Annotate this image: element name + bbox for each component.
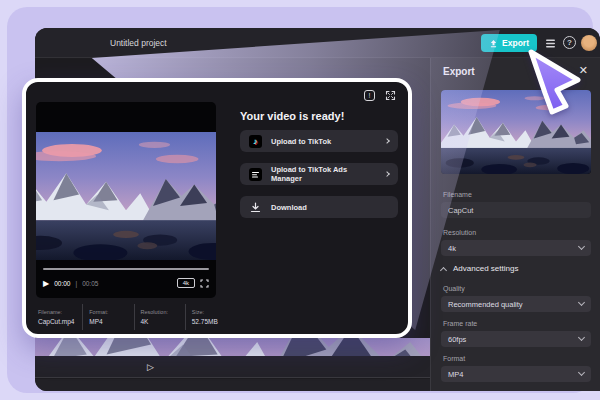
time-separator: |: [75, 280, 77, 287]
chevron-down-icon: [578, 243, 585, 250]
download-button[interactable]: Download: [240, 196, 398, 218]
info-size: Size: 52.75MB: [185, 304, 236, 330]
current-time: 00:00: [54, 280, 70, 287]
framerate-label: Frame rate: [443, 320, 477, 327]
format-label: Format: [443, 355, 465, 362]
format-value: MP4: [448, 370, 463, 379]
upload-icon: [489, 39, 498, 48]
chevron-up-icon: [440, 266, 447, 273]
advanced-settings-toggle[interactable]: Advanced settings: [441, 264, 518, 273]
chevron-right-icon: [384, 171, 390, 177]
info-value: 4K: [141, 318, 185, 325]
resolution-select[interactable]: 4k: [441, 240, 591, 256]
chevron-down-icon: [578, 299, 585, 306]
chevron-down-icon: [578, 334, 585, 341]
info-resolution: Resolution: 4K: [134, 304, 185, 330]
button-label: Download: [271, 203, 307, 212]
upload-tiktok-ads-button[interactable]: Upload to TikTok Ads Manager: [240, 163, 398, 185]
button-label: Upload to TikTok Ads Manager: [271, 165, 376, 183]
quality-badge[interactable]: 4k: [177, 278, 195, 288]
quality-value: Recommended quality: [448, 300, 523, 309]
duration: 00:05: [82, 280, 98, 287]
framerate-select[interactable]: 60fps: [441, 331, 591, 347]
info-value: MP4: [89, 318, 133, 325]
info-label: Filename:: [38, 309, 82, 315]
video-frame: [36, 132, 216, 260]
feedback-glyph: !: [369, 92, 371, 99]
dialog-corner-icons: !: [364, 90, 396, 101]
timeline-track-area: [35, 379, 430, 391]
progress-bar[interactable]: [43, 268, 209, 270]
info-format: Format: MP4: [82, 304, 133, 330]
cursor-pointer-icon: [515, 42, 595, 122]
fullscreen-icon[interactable]: [200, 279, 209, 288]
file-info-row: Filename: CapCut.mp4 Format: MP4 Resolut…: [36, 304, 236, 330]
button-label: Upload to TikTok: [271, 137, 331, 146]
dialog-heading: Your video is ready!: [240, 110, 344, 122]
quality-label: Quality: [443, 285, 465, 292]
tiktok-note-glyph: ♪: [254, 137, 258, 146]
filename-input[interactable]: [441, 202, 591, 218]
tiktok-ads-icon: [249, 168, 262, 181]
info-filename: Filename: CapCut.mp4: [36, 304, 82, 330]
timeline-video-strip[interactable]: [35, 338, 430, 356]
info-value: CapCut.mp4: [38, 318, 82, 325]
chevron-right-icon: [384, 138, 390, 144]
download-icon: [249, 201, 262, 214]
expand-icon[interactable]: [385, 90, 396, 101]
tiktok-icon: ♪: [249, 135, 262, 148]
export-complete-dialog: ▶ 00:00 | 00:05 4k Filename: CapCut.mp4 …: [22, 78, 412, 338]
play-icon[interactable]: ▶: [43, 279, 49, 288]
resolution-label: Resolution: [443, 229, 476, 236]
chevron-down-icon: [578, 369, 585, 376]
player-controls: ▶ 00:00 | 00:05 4k: [43, 274, 209, 292]
info-label: Format:: [89, 309, 133, 315]
play-outline-icon[interactable]: ▷: [147, 362, 154, 372]
framerate-value: 60fps: [448, 335, 466, 344]
info-value: 52.75MB: [192, 318, 236, 325]
filename-label: Filename: [443, 191, 472, 198]
info-label: Size:: [192, 309, 236, 315]
timeline-toolbar: ▷: [35, 356, 430, 378]
video-player[interactable]: ▶ 00:00 | 00:05 4k: [36, 102, 216, 298]
quality-select[interactable]: Recommended quality: [441, 296, 591, 312]
project-title: Untitled project: [110, 28, 167, 58]
export-panel-title: Export: [443, 66, 475, 77]
feedback-icon[interactable]: !: [364, 90, 375, 101]
advanced-settings-label: Advanced settings: [453, 264, 518, 273]
format-select[interactable]: MP4: [441, 366, 591, 382]
info-label: Resolution:: [141, 309, 185, 315]
resolution-value: 4k: [448, 244, 456, 253]
upload-tiktok-button[interactable]: ♪ Upload to TikTok: [240, 130, 398, 152]
